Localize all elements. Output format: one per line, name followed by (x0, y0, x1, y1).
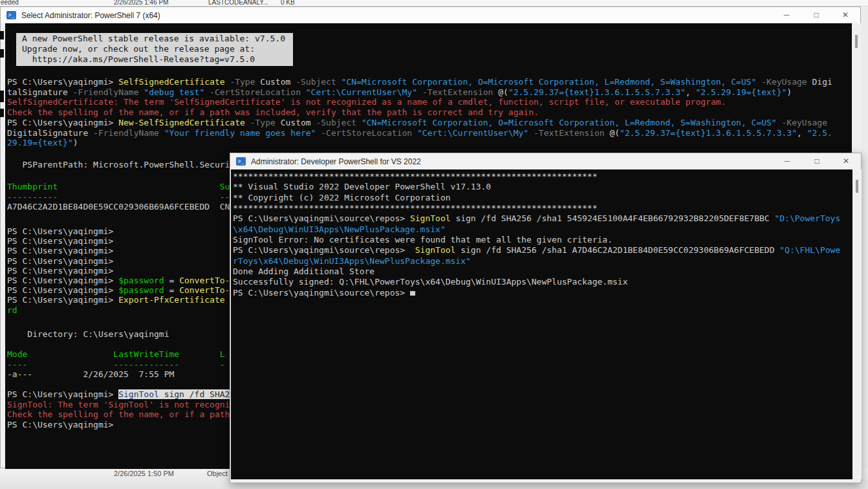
minimize-button[interactable]: ─ (777, 7, 796, 23)
signtool-session-output: ****************************************… (233, 171, 840, 298)
signtool-error-output: PS C:\Users\yaqingmi> SignTool sign /fd … (7, 389, 230, 429)
maximize-button[interactable]: □ (807, 153, 827, 169)
powershell-icon: >_ (236, 157, 246, 166)
vs-dev-powershell-console[interactable]: ****************************************… (231, 169, 852, 479)
explorer-cell-name-fragment: eeded (1, 0, 19, 6)
background-fragment (0, 91, 4, 102)
explorer-cell-size: 0 KB (281, 0, 295, 6)
directory-listing: Directory: C:\Users\yaqingmi Mode LastWr… (7, 329, 225, 380)
powershell7-caption-buttons: ─ □ ✕ (777, 7, 855, 23)
certificate-commands-output: PS C:\Users\yaqingmi> SelfSignedCertific… (7, 77, 832, 148)
scrollbar-thumb[interactable] (855, 35, 858, 48)
close-button[interactable]: ✕ (836, 7, 855, 23)
close-button[interactable]: ✕ (836, 153, 856, 169)
maximize-button[interactable]: □ (807, 7, 826, 23)
update-line: Upgrade now, or check out the release pa… (22, 44, 293, 54)
powershell7-titlebar[interactable]: >_ Select Administrator: PowerShell 7 (x… (1, 7, 860, 23)
scrollbar[interactable] (852, 169, 862, 479)
explorer-cell-type-bottom: Object (207, 470, 228, 477)
explorer-cell-filename: LASTCODEANALY... (208, 0, 268, 6)
powershell7-title: Select Administrator: PowerShell 7 (x64) (21, 11, 160, 20)
prompt-history: PS C:\Users\yaqingmi>PS C:\Users\yaqingm… (7, 226, 230, 315)
background-fragment (0, 31, 4, 39)
vs-dev-powershell-window: >_ Administrator: Developer PowerShell f… (230, 153, 862, 483)
desktop: { "background": { "top_row": { "col1": "… (0, 0, 868, 489)
background-fragment (0, 109, 4, 117)
vs-dev-powershell-title: Administrator: Developer PowerShell for … (251, 157, 421, 166)
update-line: A new PowerShell stable release is avail… (22, 34, 293, 44)
powershell-icon: >_ (6, 11, 16, 19)
scrollbar-thumb[interactable] (856, 180, 858, 193)
thumbprint-table: Thumbprint Su---------- --A7D46C2A2D1BE8… (7, 182, 230, 212)
minimize-button[interactable]: ─ (777, 153, 797, 169)
vs-dev-powershell-titlebar[interactable]: >_ Administrator: Developer PowerShell f… (230, 153, 861, 169)
update-notification: A new PowerShell stable release is avail… (16, 33, 293, 66)
psparentpath-output: PSParentPath: Microsoft.PowerShell.Secur… (7, 160, 230, 170)
explorer-cell-date: 2/26/2025 1:46 PM (114, 0, 169, 6)
explorer-cell-date-bottom: 2/26/2025 1:50 PM (114, 470, 174, 477)
background-fragment (0, 49, 4, 58)
update-line: https://aka.ms/PowerShell-Release?tag=v7… (22, 54, 293, 65)
vs-caption-buttons: ─ □ ✕ (777, 153, 856, 169)
explorer-row-top: eeded 2/26/2025 1:46 PM LASTCODEANALY...… (0, 0, 868, 6)
